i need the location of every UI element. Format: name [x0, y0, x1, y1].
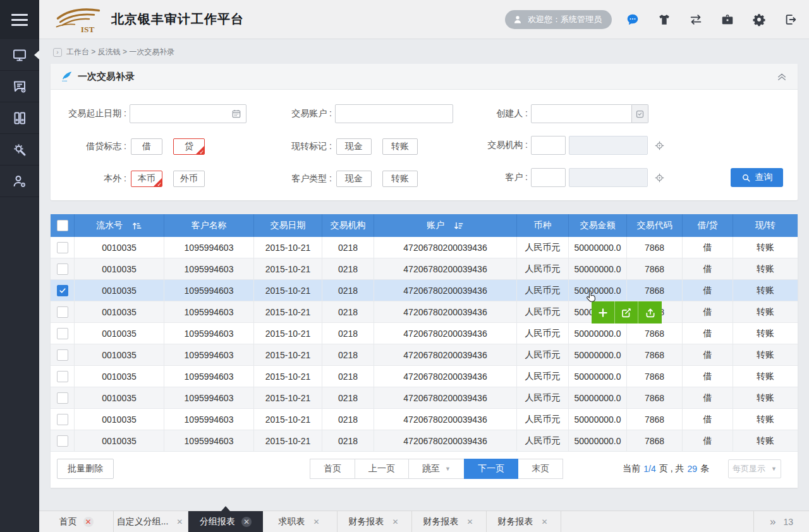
table-cell: 转账: [733, 301, 798, 322]
row-checkbox[interactable]: [57, 435, 68, 447]
row-checkbox[interactable]: [57, 306, 68, 318]
account-input[interactable]: [335, 104, 453, 123]
customer-crosshair-icon[interactable]: [654, 172, 665, 183]
org-code-input[interactable]: [531, 136, 566, 155]
tshirt-icon[interactable]: [657, 13, 671, 27]
tab-overflow-control[interactable]: »13: [753, 511, 809, 532]
sort-desc-icon[interactable]: [453, 221, 464, 231]
table-row[interactable]: 001003510959946032015-10-210218472067802…: [51, 409, 798, 430]
row-checkbox[interactable]: [57, 392, 68, 404]
sidebar-item-messages[interactable]: [0, 71, 39, 102]
table-row[interactable]: 001003510959946032015-10-210218472067802…: [51, 237, 798, 258]
caret-down-icon: ▼: [445, 466, 451, 472]
row-checkbox[interactable]: [57, 371, 68, 382]
row-checkbox[interactable]: [57, 263, 68, 275]
table-cell: 0010035: [75, 430, 164, 451]
table-cell: 转账: [733, 237, 798, 258]
close-icon[interactable]: ✕: [312, 517, 322, 527]
toggle-cash-option[interactable]: 现金: [336, 138, 372, 155]
table-cell: 借: [683, 258, 733, 279]
sidebar-item-workbench[interactable]: [0, 39, 39, 71]
table-row[interactable]: 001003510959946032015-10-210218472067802…: [51, 387, 798, 409]
select-all-checkbox[interactable]: [57, 220, 68, 231]
page-info: 当前 1/4 页 , 共 29 条: [623, 459, 709, 479]
table-row[interactable]: 001003510959946032015-10-210218472067802…: [51, 430, 798, 452]
table-cell: 1095994603: [164, 301, 254, 322]
search-button[interactable]: 查询: [731, 168, 783, 187]
tab[interactable]: 首页✕: [39, 511, 114, 532]
table-cell: 7868: [627, 344, 683, 365]
creator-label: 创建人 :: [471, 108, 528, 119]
table-row[interactable]: 001003510959946032015-10-210218472067802…: [51, 344, 798, 366]
add-icon[interactable]: [592, 301, 615, 323]
last-page-button[interactable]: 末页: [518, 459, 563, 479]
org-crosshair-icon[interactable]: [654, 140, 665, 151]
sidebar-item-users[interactable]: [0, 166, 39, 197]
user-menu[interactable]: 欢迎您：系统管理员: [505, 10, 612, 29]
table-cell: 人民币元: [517, 366, 569, 387]
table-row[interactable]: 001003510959946032015-10-210218472067802…: [51, 301, 798, 323]
gear-icon[interactable]: [752, 13, 766, 27]
toggle-cash-option[interactable]: 转账: [382, 138, 418, 155]
swap-icon[interactable]: [689, 13, 703, 27]
toggle-debit-option[interactable]: 贷: [173, 138, 205, 155]
table-row[interactable]: 001003510959946032015-10-210218472067802…: [51, 280, 798, 301]
table-cell: 0010035: [75, 387, 164, 408]
close-icon[interactable]: ✕: [174, 517, 185, 527]
prev-page-button[interactable]: 上一页: [355, 459, 409, 479]
sidebar-item-tools[interactable]: [0, 134, 39, 166]
close-icon[interactable]: ✕: [83, 517, 94, 527]
tab[interactable]: 财务报表✕: [412, 511, 487, 532]
edit-icon[interactable]: [615, 301, 638, 323]
toggle-customer_type-option[interactable]: 现金: [336, 171, 372, 187]
creator-picker-button[interactable]: [632, 104, 648, 123]
toggle-currency-option[interactable]: 外币: [173, 171, 205, 187]
creator-input[interactable]: [531, 104, 632, 123]
batch-delete-button[interactable]: 批量删除: [57, 459, 114, 479]
message-icon[interactable]: [626, 13, 640, 27]
date-range-input[interactable]: [130, 104, 246, 123]
page-size-select[interactable]: 每页显示 ▼: [728, 459, 781, 478]
row-checkbox[interactable]: [57, 285, 68, 296]
user-icon: [513, 15, 523, 25]
next-page-button[interactable]: 下一页: [464, 459, 518, 479]
table-row[interactable]: 001003510959946032015-10-210218472067802…: [51, 323, 798, 344]
logout-icon[interactable]: [784, 13, 798, 27]
column-header[interactable]: 账户: [374, 214, 517, 237]
close-icon[interactable]: ✕: [465, 517, 475, 527]
sidebar-item-archives[interactable]: [0, 102, 39, 134]
query-form: 交易起止日期 : 交易账户 : 创建人 : 借贷标志 : 借贷: [51, 90, 798, 200]
row-checkbox[interactable]: [57, 349, 68, 361]
double-chevron-right-icon[interactable]: »: [770, 516, 776, 528]
row-checkbox[interactable]: [57, 242, 68, 253]
table-cell: 0218: [322, 430, 374, 451]
tab[interactable]: 自定义分组...✕: [114, 511, 188, 532]
table-cell: 7868: [627, 430, 683, 451]
close-icon[interactable]: ✕: [391, 517, 401, 527]
jump-to-button[interactable]: 跳至 ▼: [408, 459, 465, 479]
sort-asc-icon[interactable]: [131, 221, 142, 231]
upload-icon[interactable]: [638, 301, 662, 323]
close-icon[interactable]: ✕: [241, 517, 252, 527]
toggle-debit-option[interactable]: 借: [131, 138, 162, 155]
row-checkbox[interactable]: [57, 414, 68, 425]
double-chevron-up-icon[interactable]: [776, 71, 788, 82]
table-row[interactable]: 001003510959946032015-10-210218472067802…: [51, 366, 798, 387]
tab-active[interactable]: 分组报表✕: [188, 511, 263, 532]
row-checkbox[interactable]: [57, 328, 68, 339]
briefcase-icon[interactable]: [721, 13, 734, 27]
tab[interactable]: 财务报表✕: [487, 511, 561, 532]
table-row[interactable]: 001003510959946032015-10-210218472067802…: [51, 258, 798, 280]
currency-label: 本外 :: [57, 173, 126, 184]
menu-icon[interactable]: [0, 0, 39, 39]
toggle-currency-option[interactable]: 本币: [131, 171, 162, 187]
total-count: 29: [687, 464, 697, 474]
close-icon[interactable]: ✕: [540, 517, 550, 527]
column-header[interactable]: 流水号: [75, 214, 164, 237]
toggle-customer_type-option[interactable]: 转账: [382, 171, 418, 187]
tab[interactable]: 求职表✕: [263, 511, 338, 532]
first-page-button[interactable]: 首页: [310, 459, 355, 479]
table-cell: 50000000.0: [569, 387, 627, 408]
tab[interactable]: 财务报表✕: [338, 511, 412, 532]
customer-code-input[interactable]: [531, 168, 566, 187]
